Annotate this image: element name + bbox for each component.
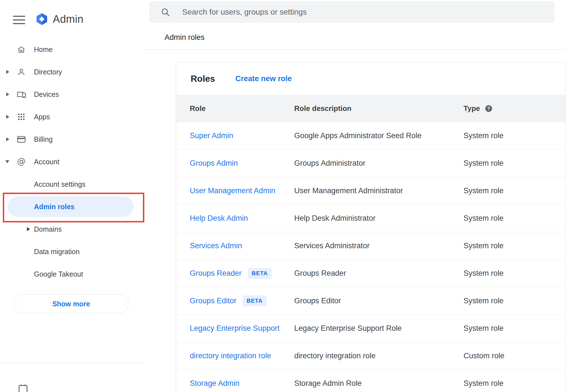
sidebar-item-home[interactable]: Home: [0, 38, 144, 61]
sidebar-item-billing[interactable]: Billing: [0, 128, 144, 151]
role-description-cell: Groups Reader: [294, 269, 464, 278]
role-link[interactable]: Storage Admin: [190, 379, 239, 388]
admin-logo-icon: [35, 13, 48, 26]
column-header-role-description: Role description: [294, 104, 464, 113]
role-type-cell: System role: [464, 131, 504, 140]
table-row: Groups EditorBETAGroups EditorSystem rol…: [176, 287, 566, 314]
table-row: Services AdminServices AdministratorSyst…: [176, 232, 566, 259]
sidebar-subitem-google-takeout[interactable]: Google Takeout: [0, 263, 144, 285]
table-row: Storage AdminStorage Admin RoleSystem ro…: [176, 370, 566, 392]
roles-table-body: Super AdminGoogle Apps Administrator See…: [176, 122, 566, 392]
chevron-right-icon[interactable]: [6, 137, 9, 141]
person-icon: [16, 66, 27, 78]
role-link[interactable]: User Management Admin: [190, 186, 275, 195]
sidebar-bottom-divider: [0, 363, 144, 363]
beta-badge: BETA: [248, 268, 272, 279]
role-description-cell: Services Administrator: [294, 241, 464, 250]
sidebar-item-directory[interactable]: Directory: [0, 61, 144, 83]
brand-title: Admin: [53, 13, 83, 25]
sidebar-subitem-data-migration[interactable]: Data migration: [0, 240, 144, 263]
table-row: Legacy Enterprise SupportLegacy Enterpri…: [176, 314, 566, 342]
sidebar-subitem-admin-roles[interactable]: Admin roles: [7, 197, 134, 217]
role-description-cell: Storage Admin Role: [294, 379, 464, 388]
table-row: Super AdminGoogle Apps Administrator See…: [176, 122, 566, 149]
role-description-cell: Groups Administrator: [294, 159, 464, 168]
chevron-right-icon[interactable]: [6, 70, 9, 74]
role-description-cell: Legacy Enterprise Support Role: [294, 324, 464, 333]
role-link[interactable]: Groups Reader: [190, 269, 242, 278]
sidebar: Admin HomeDirectoryDevicesAppsBilling@Ac…: [0, 0, 144, 392]
sidebar-subitem-account-settings[interactable]: Account settings: [0, 173, 144, 195]
column-header-type: Type ?: [464, 104, 493, 113]
sidebar-item-label: Billing: [34, 135, 53, 143]
sidebar-header: Admin: [0, 0, 144, 38]
role-link[interactable]: Super Admin: [190, 131, 233, 140]
show-more-button[interactable]: Show more: [14, 294, 129, 313]
roles-table-header: Role Role description Type ?: [176, 95, 566, 122]
breadcrumb: Admin roles: [165, 33, 205, 42]
home-icon: [16, 44, 27, 55]
sidebar-item-label: Devices: [34, 90, 59, 99]
role-cell: Legacy Enterprise Support: [176, 324, 294, 333]
sidebar-item-account[interactable]: @Account: [0, 151, 144, 173]
sidebar-item-label: Account: [34, 158, 59, 166]
table-row: Help Desk AdminHelp Desk AdministratorSy…: [176, 204, 566, 232]
role-link[interactable]: Legacy Enterprise Support: [190, 324, 280, 333]
search-input[interactable]: [182, 7, 546, 17]
hamburger-icon: [13, 16, 25, 24]
role-type-cell: System role: [464, 324, 504, 333]
role-type-cell: System role: [464, 214, 504, 223]
sidebar-item-label: Home: [34, 45, 53, 54]
role-cell: Storage Admin: [176, 379, 294, 388]
role-cell: Help Desk Admin: [176, 214, 294, 223]
role-description-cell: Help Desk Administrator: [294, 214, 464, 223]
role-link[interactable]: Groups Admin: [190, 159, 238, 168]
role-link[interactable]: Help Desk Admin: [190, 214, 248, 223]
beta-badge: BETA: [243, 295, 267, 306]
brand: Admin: [35, 13, 83, 26]
content-divider: [144, 49, 566, 50]
table-row: directory integration roledirectory inte…: [176, 342, 566, 370]
role-link[interactable]: directory integration role: [190, 352, 271, 360]
sidebar-subitem-label: Account settings: [34, 180, 85, 188]
role-link[interactable]: Services Admin: [190, 241, 242, 250]
role-cell: Super Admin: [176, 131, 294, 140]
chevron-down-icon[interactable]: [5, 160, 9, 163]
role-description-cell: Groups Editor: [294, 297, 464, 305]
role-type-cell: System role: [464, 269, 504, 278]
card-title: Roles: [191, 74, 215, 84]
role-description-cell: Google Apps Administrator Seed Role: [294, 131, 464, 140]
column-header-role: Role: [176, 104, 294, 113]
role-type-cell: System role: [464, 379, 504, 388]
roles-card-header: Roles Create new role: [176, 62, 566, 95]
devices-icon: [16, 89, 27, 100]
sidebar-subitem-label: Domains: [34, 225, 62, 233]
search-bar[interactable]: [149, 1, 554, 23]
chevron-right-icon[interactable]: [6, 92, 9, 96]
role-type-cell: System role: [464, 297, 504, 305]
roles-card: Roles Create new role Role Role descript…: [176, 62, 566, 392]
table-row: Groups ReaderBETAGroups ReaderSystem rol…: [176, 259, 566, 287]
main-content: Admin roles Roles Create new role Role R…: [144, 0, 566, 392]
sidebar-nav: HomeDirectoryDevicesAppsBilling@AccountA…: [0, 38, 144, 285]
role-description-cell: User Management Administrator: [294, 186, 464, 195]
role-link[interactable]: Groups Editor: [190, 297, 237, 305]
create-new-role-link[interactable]: Create new role: [235, 74, 292, 83]
sidebar-item-label: Apps: [34, 113, 50, 121]
chevron-right-icon[interactable]: [6, 115, 9, 119]
sidebar-subitem-domains[interactable]: Domains: [0, 218, 144, 240]
help-icon[interactable]: ?: [485, 104, 493, 113]
menu-button[interactable]: [13, 15, 25, 24]
role-cell: Services Admin: [176, 241, 294, 250]
svg-text:?: ?: [487, 106, 490, 111]
sidebar-item-apps[interactable]: Apps: [0, 106, 144, 128]
svg-text:@: @: [17, 156, 26, 166]
sidebar-subitem-label: Google Takeout: [34, 270, 83, 278]
sidebar-item-devices[interactable]: Devices: [0, 83, 144, 106]
billing-card-icon: [16, 134, 27, 145]
chevron-right-icon[interactable]: [27, 227, 30, 231]
sidebar-subitem-label: Admin roles: [34, 203, 74, 211]
role-cell: directory integration role: [176, 352, 294, 360]
at-sign-icon: @: [16, 156, 27, 167]
table-row: Groups AdminGroups AdministratorSystem r…: [176, 149, 566, 177]
